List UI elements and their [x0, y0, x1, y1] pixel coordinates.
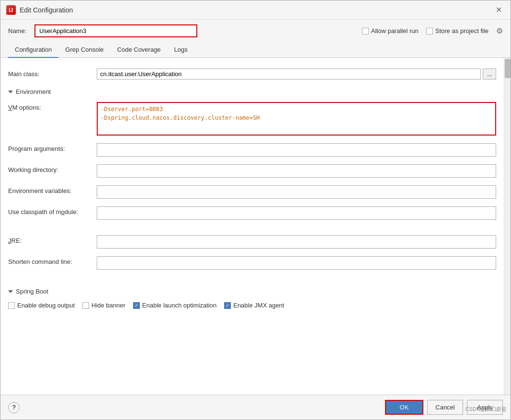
- main-class-input-group: ...: [97, 68, 496, 79]
- jre-label: JRE:: [8, 235, 97, 244]
- use-classpath-label: Use classpath of module:: [8, 206, 97, 216]
- shorten-command-line-label: Shorten command line:: [8, 256, 97, 265]
- environment-section-header: Environment: [8, 83, 496, 98]
- enable-debug-output-checkbox[interactable]: [8, 302, 15, 309]
- app-icon-label: IJ: [9, 7, 13, 13]
- allow-parallel-run-text: Allow parallel run: [371, 27, 419, 34]
- allow-parallel-run-checkbox[interactable]: [362, 28, 369, 34]
- enable-jmx-agent-text: Enable JMX agent: [233, 302, 284, 309]
- enable-launch-optimization-checkbox[interactable]: ✓: [133, 302, 140, 309]
- close-button[interactable]: ✕: [493, 4, 505, 15]
- store-as-project-file-label[interactable]: Store as project file: [426, 27, 488, 34]
- spring-boot-section-label: Spring Boot: [16, 288, 48, 295]
- hide-banner-checkbox[interactable]: [82, 302, 89, 309]
- use-classpath-row: Use classpath of module:: [8, 203, 496, 224]
- enable-launch-optimization-text: Enable launch optimization: [142, 302, 216, 309]
- title-bar: IJ Edit Configuration ✕: [0, 0, 511, 20]
- tab-configuration[interactable]: Configuration: [8, 42, 58, 58]
- name-label: Name:: [8, 27, 30, 34]
- use-classpath-input[interactable]: [97, 206, 496, 220]
- gear-icon[interactable]: ⚙: [496, 26, 503, 35]
- name-options: Allow parallel run Store as project file…: [362, 26, 503, 35]
- vm-options-textarea[interactable]: -Dserver.port=8083 -Dspring.cloud.nacos.…: [97, 102, 496, 136]
- hide-banner-text: Hide banner: [91, 302, 125, 309]
- shorten-command-line-input[interactable]: [97, 256, 496, 270]
- watermark: CSDN@梦幻蔚蓝: [466, 406, 507, 413]
- spacer2: [8, 273, 496, 283]
- enable-launch-optimization-label[interactable]: ✓ Enable launch optimization: [133, 302, 216, 309]
- jre-row: JRE:: [8, 231, 496, 252]
- footer: ? OK Cancel Apply: [0, 395, 511, 420]
- working-directory-label: Working directory:: [8, 164, 97, 173]
- environment-variables-row: Environment variables:: [8, 182, 496, 203]
- enable-jmx-agent-label[interactable]: ✓ Enable JMX agent: [224, 302, 284, 309]
- main-class-browse-button[interactable]: ...: [483, 68, 496, 79]
- tab-logs[interactable]: Logs: [168, 42, 194, 58]
- environment-variables-input[interactable]: [97, 185, 496, 199]
- cancel-button[interactable]: Cancel: [427, 400, 463, 415]
- enable-jmx-agent-checkbox[interactable]: ✓: [224, 302, 231, 309]
- spacer: [8, 224, 496, 231]
- app-icon: IJ: [6, 5, 16, 15]
- store-as-project-file-text: Store as project file: [435, 27, 488, 34]
- content-area: Main class: ... Environment VM options: …: [0, 58, 504, 395]
- jre-input[interactable]: [97, 235, 496, 249]
- spring-boot-section-header: Spring Boot: [8, 283, 496, 298]
- allow-parallel-run-label[interactable]: Allow parallel run: [362, 27, 419, 34]
- vm-label-v: V: [8, 104, 12, 111]
- program-arguments-input[interactable]: [97, 143, 496, 157]
- name-row: Name: Allow parallel run Store as projec…: [0, 20, 511, 42]
- title-bar-left: IJ Edit Configuration: [6, 5, 73, 15]
- shorten-command-line-row: Shorten command line:: [8, 252, 496, 273]
- main-class-input[interactable]: [97, 68, 481, 79]
- spring-boot-options: Enable debug output Hide banner ✓ Enable…: [8, 298, 496, 313]
- main-content: Main class: ... Environment VM options: …: [0, 58, 511, 395]
- help-button[interactable]: ?: [8, 402, 20, 413]
- dialog-title: Edit Configuration: [20, 6, 73, 14]
- hide-banner-label[interactable]: Hide banner: [82, 302, 125, 309]
- environment-collapse-icon[interactable]: [8, 91, 13, 93]
- vm-options-row: VM options: -Dserver.port=8083 -Dspring.…: [8, 98, 496, 139]
- vm-options-label: VM options:: [8, 102, 97, 111]
- tab-code-coverage[interactable]: Code Coverage: [111, 42, 168, 58]
- enable-debug-output-text: Enable debug output: [17, 302, 75, 309]
- edit-configuration-dialog: IJ Edit Configuration ✕ Name: Allow para…: [0, 0, 511, 420]
- environment-variables-label: Environment variables:: [8, 185, 97, 194]
- program-arguments-label: Program arguments:: [8, 143, 97, 152]
- scrollbar-thumb[interactable]: [505, 59, 511, 78]
- main-class-label: Main class:: [8, 68, 97, 78]
- ok-button[interactable]: OK: [385, 400, 423, 415]
- name-input[interactable]: [34, 24, 197, 37]
- main-class-row: Main class: ...: [8, 65, 496, 83]
- program-arguments-row: Program arguments:: [8, 139, 496, 160]
- scrollbar-track[interactable]: [504, 58, 511, 395]
- tab-grep-console[interactable]: Grep Console: [58, 42, 110, 58]
- working-directory-input[interactable]: [97, 164, 496, 178]
- enable-debug-output-label[interactable]: Enable debug output: [8, 302, 75, 309]
- store-as-project-file-checkbox[interactable]: [426, 28, 433, 34]
- environment-section-label: Environment: [16, 88, 51, 95]
- tabs-bar: Configuration Grep Console Code Coverage…: [0, 42, 511, 58]
- spring-boot-collapse-icon[interactable]: [8, 290, 13, 293]
- working-directory-row: Working directory:: [8, 160, 496, 182]
